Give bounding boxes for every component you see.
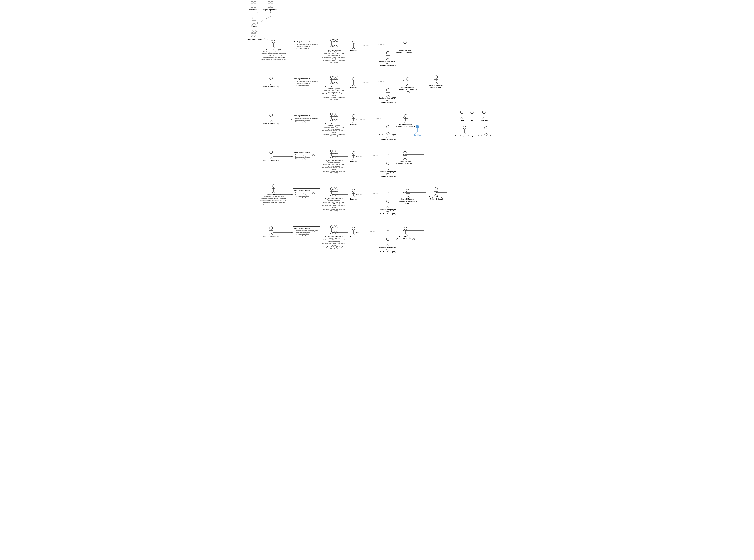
project-team-row5-sub: Software Engineers(Junior - Mid I - Mid … <box>321 200 347 212</box>
project-team-row3-icon <box>328 112 340 122</box>
stakeholders-label: Other stakeholders <box>247 38 262 40</box>
svg-line-117 <box>354 47 355 49</box>
node-ba-row1: Business Analyst (BA)(or)Product Owner (… <box>379 51 397 66</box>
svg-point-128 <box>270 77 272 80</box>
node-ba-row3: Business Analyst (BA)(or)Product Owner (… <box>379 125 397 140</box>
teamlead-row3-label: Teamlead <box>350 123 357 125</box>
ba-row3-label: Business Analyst (BA)(or)Product Owner (… <box>379 134 397 140</box>
svg-line-337 <box>388 244 389 246</box>
pm-row5-label: Project Manager(Project "SnookerGame App… <box>396 198 419 204</box>
teamlead-row6-icon <box>351 227 356 236</box>
project-team-row6-icon <box>328 225 340 235</box>
svg-line-246 <box>333 156 334 158</box>
svg-line-231 <box>484 133 486 135</box>
teamlead-row5-label: Teamlead <box>350 198 357 200</box>
svg-line-142 <box>334 82 335 84</box>
svg-point-143 <box>335 76 338 78</box>
teamlead-row5-icon <box>351 189 356 198</box>
svg-line-327 <box>337 232 338 234</box>
svg-line-81 <box>254 22 256 25</box>
project-team-row5-label: Project Team consists of <box>325 198 343 200</box>
node-ba-row4: Business Analyst (BA)(or)Product Owner (… <box>379 162 397 177</box>
svg-line-262 <box>388 168 389 171</box>
project-box-row5-item2: - Communication System; <box>294 194 319 196</box>
svg-point-198 <box>404 115 407 117</box>
svg-line-302 <box>408 196 409 198</box>
svg-point-193 <box>386 125 389 128</box>
node-client: Client <box>251 16 257 27</box>
po-row6-label: Product Owner (PO) <box>263 235 279 237</box>
dept-x-label: Department X <box>248 9 259 11</box>
svg-line-90 <box>254 36 255 37</box>
svg-line-211 <box>470 117 472 119</box>
diagram-container: Department X Legal Department Client <box>246 0 508 560</box>
svg-point-138 <box>333 76 335 78</box>
svg-point-253 <box>352 152 355 154</box>
biz-architect-icon <box>483 126 489 135</box>
svg-line-336 <box>386 244 388 246</box>
svg-line-166 <box>434 82 436 84</box>
program-mgr-row2-icon <box>433 75 439 84</box>
svg-line-221 <box>416 132 417 134</box>
node-po-row6: Product Owner (PO) <box>263 226 279 237</box>
svg-line-296 <box>386 206 388 208</box>
biz-architect-label: Business Architect <box>478 135 493 137</box>
svg-point-62 <box>254 1 256 4</box>
svg-line-227 <box>465 133 466 135</box>
node-project-team-row5: Project Team consists of Software Engine… <box>321 187 347 212</box>
svg-line-266 <box>403 158 405 160</box>
project-box-row5-item3: - File exchange System. <box>294 196 319 198</box>
svg-line-322 <box>334 232 335 234</box>
svg-line-222 <box>417 132 419 134</box>
svg-point-333 <box>386 238 389 241</box>
project-team-row4-label: Project Team consists of <box>325 160 343 162</box>
svg-line-111 <box>335 45 337 47</box>
svg-line-121 <box>386 58 388 60</box>
svg-line-281 <box>333 194 334 196</box>
node-ba-row6: Business Analyst (BA)(or)Product Owner (… <box>379 238 397 253</box>
svg-line-236 <box>269 157 271 159</box>
po-row1-label: Product Owner (PO) <box>266 49 281 51</box>
po-row4-label: Product Owner (PO) <box>263 160 279 162</box>
svg-point-248 <box>335 150 338 152</box>
legal-dept-icon <box>266 1 274 8</box>
ba-row1-icon <box>385 51 391 60</box>
svg-point-173 <box>330 113 333 115</box>
svg-line-54 <box>358 231 389 233</box>
po-row4-icon <box>268 151 274 159</box>
svg-line-311 <box>269 233 271 235</box>
svg-line-267 <box>405 158 407 160</box>
svg-line-182 <box>334 119 335 121</box>
po-row1-sublabel: Client's representative who has a comple… <box>260 51 287 60</box>
svg-line-307 <box>436 194 438 196</box>
node-devops: DevOps <box>414 125 421 136</box>
project-team-row4-icon <box>328 149 340 159</box>
ba-row5-icon <box>385 200 391 208</box>
program-mgr-row2-label: Program Manager(Web Division) <box>429 84 443 89</box>
legal-dept-label: Legal Department <box>263 9 277 11</box>
svg-point-133 <box>330 76 333 78</box>
svg-line-191 <box>352 121 354 123</box>
project-box-row1-item1: - Coordination (Management) System; <box>294 43 319 45</box>
project-team-row2-sub: Software Engineers(Junior - Mid I - Mid … <box>321 88 347 100</box>
svg-line-96 <box>272 47 273 48</box>
svg-line-331 <box>352 234 354 236</box>
svg-point-308 <box>270 226 272 229</box>
ba-row6-label: Business Analyst (BA)(or)Product Owner (… <box>379 247 397 253</box>
svg-point-283 <box>335 187 338 190</box>
svg-point-208 <box>471 111 473 114</box>
po-row3-label: Product Owner (PO) <box>263 123 279 125</box>
board-icon <box>481 111 487 119</box>
svg-point-188 <box>352 115 355 117</box>
node-project-team-row6: Project Team consists of Software Engine… <box>321 225 347 250</box>
svg-line-312 <box>271 233 273 235</box>
svg-point-57 <box>251 1 253 4</box>
svg-point-103 <box>333 39 335 42</box>
po-row2-icon <box>268 77 274 85</box>
pm-row6-icon <box>403 227 409 236</box>
teamlead-row2-icon <box>351 77 356 86</box>
svg-line-161 <box>406 84 408 86</box>
node-business-architect: Business Architect <box>478 126 493 137</box>
stakeholders-icon <box>250 30 259 38</box>
node-pm-row6: Project Manager(Project "Online Shop") <box>396 227 415 240</box>
